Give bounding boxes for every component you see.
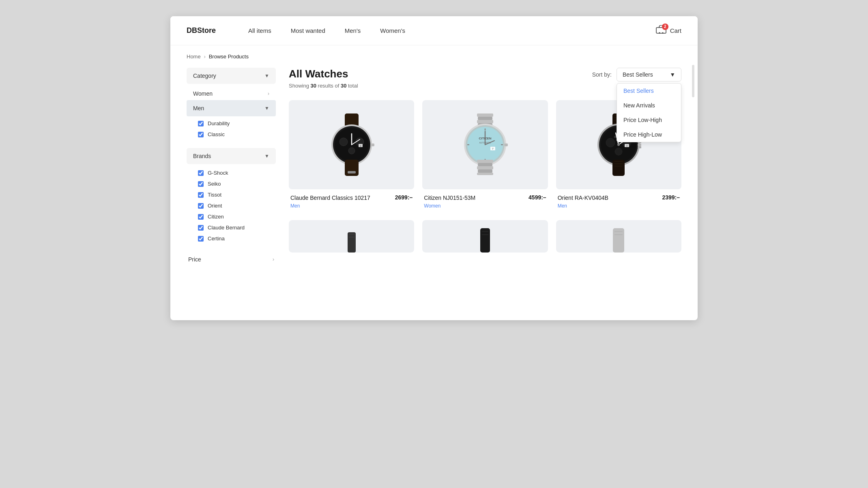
category-chevron-icon: ▼ <box>264 73 269 79</box>
citizen-label: Citizen <box>208 214 224 220</box>
nav-all-items[interactable]: All items <box>248 27 271 34</box>
category-filter-header[interactable]: Category ▼ <box>187 68 276 84</box>
seiko-checkbox[interactable] <box>198 181 204 187</box>
svg-text:3: 3 <box>360 145 361 147</box>
filter-tissot[interactable]: Tissot <box>187 189 276 200</box>
product-name-1: Claude Bernard Classics 10217 <box>290 194 392 201</box>
filter-gshock[interactable]: G-Shock <box>187 167 276 178</box>
sort-chevron-icon: ▼ <box>670 71 675 78</box>
breadcrumb-home[interactable]: Home <box>187 54 201 60</box>
sort-dropdown-wrap: Best Sellers ▼ Best Sellers New Arrivals… <box>617 68 681 81</box>
durability-checkbox[interactable] <box>198 121 204 126</box>
claude-bernard-label: Claude Bernard <box>208 225 245 231</box>
citizen-checkbox[interactable] <box>198 214 204 220</box>
svg-point-51 <box>606 138 615 147</box>
product-card-4[interactable] <box>289 220 414 253</box>
svg-rect-19 <box>477 120 493 123</box>
seiko-label: Seiko <box>208 181 221 187</box>
tissot-checkbox[interactable] <box>198 192 204 198</box>
gshock-checkbox[interactable] <box>198 170 204 176</box>
filter-item-women[interactable]: Women › <box>187 87 276 100</box>
brands-chevron-icon: ▼ <box>264 153 269 159</box>
filter-claude-bernard[interactable]: Claude Bernard <box>187 222 276 233</box>
product-category-1: Men <box>290 203 413 209</box>
svg-rect-10 <box>371 143 374 146</box>
svg-rect-39 <box>477 173 493 175</box>
svg-point-9 <box>348 148 355 154</box>
scrollbar[interactable] <box>692 65 694 97</box>
brands-filter-body: G-Shock Seiko Tissot Orient <box>187 164 276 247</box>
svg-rect-36 <box>478 163 492 166</box>
filter-seiko[interactable]: Seiko <box>187 178 276 189</box>
watch-svg-5 <box>469 220 501 253</box>
orient-label: Orient <box>208 203 222 209</box>
product-image-4 <box>289 220 414 253</box>
orient-checkbox[interactable] <box>198 203 204 209</box>
nav-most-wanted[interactable]: Most wanted <box>291 27 325 34</box>
sort-option-new-arrivals[interactable]: New Arrivals <box>617 98 681 113</box>
logo: DBStore <box>187 26 216 35</box>
sort-label: Sort by: <box>592 71 612 78</box>
category-label: Category <box>193 73 216 79</box>
men-subcategories: Durability Classic <box>187 118 276 140</box>
sort-option-best-sellers[interactable]: Best Sellers <box>617 83 681 98</box>
product-card-2[interactable]: CITIZEN AUTOMATIC 7 <box>422 100 548 212</box>
certina-checkbox[interactable] <box>198 236 204 242</box>
cart-button[interactable]: 2 Cart <box>655 25 681 36</box>
product-card-5[interactable] <box>422 220 548 253</box>
filter-men-header[interactable]: Men ▼ <box>187 100 276 116</box>
product-name-row-2: Citizen NJ0151-53M 4599:– <box>424 194 546 201</box>
women-arrow-icon: › <box>268 91 269 96</box>
product-info-1: Claude Bernard Classics 10217 2699:– Men <box>289 194 414 212</box>
filter-durability[interactable]: Durability <box>187 118 276 129</box>
product-image-1: 3 <box>289 100 414 189</box>
classic-checkbox[interactable] <box>198 132 204 137</box>
filter-orient[interactable]: Orient <box>187 200 276 211</box>
price-label: Price <box>188 256 201 263</box>
durability-label: Durability <box>208 120 230 126</box>
svg-rect-63 <box>612 160 625 176</box>
product-name-row-3: Orient RA-KV0404B 2399:– <box>558 194 680 201</box>
svg-point-1 <box>659 32 660 33</box>
product-info-2: Citizen NJ0151-53M 4599:– Women <box>422 194 548 212</box>
product-category-3: Men <box>558 203 680 209</box>
breadcrumb-separator: › <box>204 54 206 60</box>
filter-classic[interactable]: Classic <box>187 129 276 140</box>
claude-bernard-checkbox[interactable] <box>198 225 204 231</box>
svg-point-7 <box>339 138 348 146</box>
product-image-2: CITIZEN AUTOMATIC 7 <box>422 100 548 189</box>
classic-label: Classic <box>208 131 225 137</box>
nav-mens[interactable]: Men's <box>345 27 361 34</box>
cart-icon-wrap: 2 <box>655 25 667 36</box>
price-filter-header[interactable]: Price › <box>187 252 276 267</box>
brands-label: Brands <box>193 153 211 159</box>
svg-rect-70 <box>480 228 490 253</box>
cart-badge: 2 <box>662 24 668 30</box>
product-name-row-1: Claude Bernard Classics 10217 2699:– <box>290 194 413 201</box>
sort-option-price-low-high[interactable]: Price Low-High <box>617 113 681 127</box>
sort-option-price-high-low[interactable]: Price High-Low <box>617 127 681 142</box>
product-card-6[interactable] <box>556 220 681 253</box>
nav-womens[interactable]: Women's <box>380 27 405 34</box>
sort-selected: Best Sellers <box>623 71 653 78</box>
filter-certina[interactable]: Certina <box>187 233 276 244</box>
breadcrumb: Home › Browse Products <box>170 45 698 68</box>
product-price-3: 2399:– <box>662 194 680 201</box>
product-info-3: Orient RA-KV0404B 2399:– Men <box>556 194 681 212</box>
svg-rect-18 <box>478 117 492 120</box>
content-area: All Watches Showing 30 results of 30 tot… <box>289 68 681 272</box>
filter-women-label: Women <box>193 90 213 97</box>
svg-rect-34 <box>505 143 508 146</box>
filter-citizen[interactable]: Citizen <box>187 211 276 222</box>
svg-rect-67 <box>348 232 356 253</box>
sidebar: Category ▼ Women › Men ▼ <box>187 68 276 272</box>
sort-area: Sort by: Best Sellers ▼ Best Sellers New… <box>592 68 681 81</box>
product-card-1[interactable]: 3 Claude Bernard Classics 10217 2699:– <box>289 100 414 212</box>
brands-filter-header[interactable]: Brands ▼ <box>187 148 276 164</box>
nav: All items Most wanted Men's Women's <box>248 27 655 34</box>
watch-svg-4 <box>335 220 368 253</box>
product-image-5 <box>422 220 548 253</box>
sort-dropdown[interactable]: Best Sellers ▼ <box>617 68 681 81</box>
certina-label: Certina <box>208 235 225 242</box>
category-filter: Category ▼ Women › Men ▼ <box>187 68 276 143</box>
